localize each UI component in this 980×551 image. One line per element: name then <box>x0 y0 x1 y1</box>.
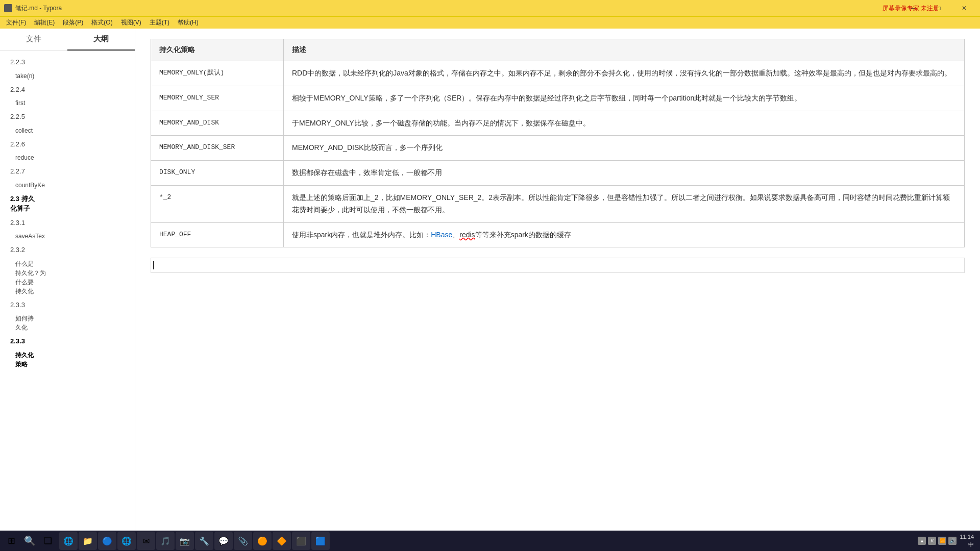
redis-link[interactable]: redis <box>459 231 475 239</box>
taskbar-app-2[interactable]: 📁 <box>79 532 97 550</box>
sidebar-item-2.3.3-b[interactable]: 2.3.3 <box>0 334 135 348</box>
table-row: HEAP_OFF 使用非spark内存，也就是堆外内存。比如：HBase、red… <box>151 222 965 247</box>
sidebar-item-2.3[interactable]: 2.3 持久化算子 <box>0 192 135 216</box>
start-button[interactable]: ⊞ <box>2 532 20 550</box>
watermark: 屏幕录像专家 未注册 <box>883 4 939 13</box>
sidebar-tabs: 文件 大纲 <box>0 29 135 51</box>
menu-file[interactable]: 文件(F) <box>2 17 30 28</box>
sidebar-item-2.3.3-a[interactable]: 2.3.3 <box>0 298 135 312</box>
text-cursor <box>153 261 154 269</box>
sidebar-content[interactable]: 2.2.3 take(n) 2.2.4 first 2.2.5 collect … <box>0 51 135 535</box>
sidebar-item-reduce[interactable]: reduce <box>0 151 135 164</box>
taskbar-time[interactable]: 11:14 中 <box>960 533 974 549</box>
taskbar-app-10[interactable]: 📎 <box>234 532 252 550</box>
title-bar: 笔记.md - Typora 屏幕录像专家 未注册 ─ □ ✕ <box>0 0 980 16</box>
desc-heap-off: 使用非spark内存，也就是堆外内存。比如：HBase、redis等等来补充sp… <box>284 222 965 247</box>
sidebar-item-how-persistence[interactable]: 如何持久化 <box>0 312 135 334</box>
taskbar-app-3[interactable]: 🔵 <box>98 532 116 550</box>
desc-disk-only: 数据都保存在磁盘中，效率肯定低，一般都不用 <box>284 161 965 186</box>
menu-theme[interactable]: 主题(T) <box>145 17 174 28</box>
strategy-underscore-2: *_2 <box>151 185 284 222</box>
menu-help[interactable]: 帮助(H) <box>174 17 203 28</box>
table-header-strategy: 持久化策略 <box>151 39 284 61</box>
menu-paragraph[interactable]: 段落(P) <box>59 17 87 28</box>
strategy-memory-and-disk: MEMORY_AND_DISK <box>151 111 284 136</box>
table-row: MEMORY_AND_DISK 于MEMORY_ONLY比较，多一个磁盘存储的功… <box>151 111 965 136</box>
taskbar-right: ▲ K 📶 🔊 11:14 中 <box>918 533 978 549</box>
search-button[interactable]: 🔍 <box>20 532 39 550</box>
tab-outline[interactable]: 大纲 <box>67 29 135 51</box>
desc-underscore-2: 就是上述的策略后面加上_2，比如MEMORY_ONLY_SER_2。2表示副本。… <box>284 185 965 222</box>
desc-memory-and-disk: 于MEMORY_ONLY比较，多一个磁盘存储的功能。当内存不足的情况下，数据保存… <box>284 111 965 136</box>
strategy-heap-off: HEAP_OFF <box>151 222 284 247</box>
strategy-memory-only: MEMORY_ONLY(默认) <box>151 61 284 86</box>
taskview-button[interactable]: ❑ <box>39 532 57 550</box>
desc-memory-and-disk-ser: MEMORY_AND_DISK比较而言，多一个序列化 <box>284 136 965 161</box>
taskbar-app-13[interactable]: ⬛ <box>292 532 310 550</box>
taskbar-app-12[interactable]: 🔶 <box>273 532 291 550</box>
persistence-table: 持久化策略 描述 MEMORY_ONLY(默认) RDD中的数据，以未经序列化的… <box>151 39 965 247</box>
taskbar-apps: 🌐 📁 🔵 🌐 ✉ 🎵 📷 🔧 💬 📎 🟠 🔶 ⬛ 🟦 <box>59 532 918 550</box>
table-row: *_2 就是上述的策略后面加上_2，比如MEMORY_ONLY_SER_2。2表… <box>151 185 965 222</box>
sidebar-item-2.3.1[interactable]: 2.3.1 <box>0 216 135 230</box>
taskbar-app-5[interactable]: ✉ <box>137 532 155 550</box>
input-area[interactable] <box>151 258 965 273</box>
date-display: 中 <box>960 541 974 548</box>
sidebar-item-2.2.4[interactable]: 2.2.4 <box>0 83 135 97</box>
table-header-description: 描述 <box>284 39 965 61</box>
desc-memory-only: RDD中的数据，以未经序列化的Java对象的格式，存储在内存之中。如果内存不足，… <box>284 61 965 86</box>
taskbar-app-8[interactable]: 🔧 <box>195 532 213 550</box>
hbase-link[interactable]: HBase <box>431 231 452 239</box>
main-content[interactable]: 持久化策略 描述 MEMORY_ONLY(默认) RDD中的数据，以未经序列化的… <box>135 29 980 535</box>
table-row: MEMORY_ONLY_SER 相较于MEMORY_ONLY策略，多了一个序列化… <box>151 86 965 111</box>
sidebar-item-saveAsTex[interactable]: saveAsTex <box>0 230 135 243</box>
taskbar-app-4[interactable]: 🌐 <box>117 532 136 550</box>
taskbar-app-11[interactable]: 🟠 <box>253 532 272 550</box>
tab-file[interactable]: 文件 <box>0 29 67 51</box>
window-title: 笔记.md - Typora <box>15 4 901 13</box>
close-button[interactable]: ✕ <box>952 0 976 16</box>
sys-icon-1: ▲ <box>918 537 926 545</box>
sys-icon-2: K <box>928 537 936 545</box>
sidebar-item-take[interactable]: take(n) <box>0 69 135 83</box>
sys-icons: ▲ K 📶 🔊 <box>918 537 957 545</box>
sidebar-item-what-is-persistence[interactable]: 什么是持久化？为什么要持久化 <box>0 257 135 298</box>
menu-view[interactable]: 视图(V) <box>117 17 145 28</box>
sidebar-item-2.2.6[interactable]: 2.2.6 <box>0 137 135 152</box>
app-layout: 文件 大纲 2.2.3 take(n) 2.2.4 first 2.2.5 co… <box>0 29 980 535</box>
taskbar-app-7[interactable]: 📷 <box>176 532 194 550</box>
taskbar-app-14[interactable]: 🟦 <box>311 532 330 550</box>
table-row: MEMORY_AND_DISK_SER MEMORY_AND_DISK比较而言，… <box>151 136 965 161</box>
app-icon <box>4 4 12 12</box>
sidebar-item-2.3.2[interactable]: 2.3.2 <box>0 243 135 257</box>
sidebar-item-persistence-strategy[interactable]: 持久化策略 <box>0 348 135 371</box>
menu-format[interactable]: 格式(O) <box>87 17 116 28</box>
strategy-disk-only: DISK_ONLY <box>151 161 284 186</box>
table-row: DISK_ONLY 数据都保存在磁盘中，效率肯定低，一般都不用 <box>151 161 965 186</box>
taskbar: ⊞ 🔍 ❑ 🌐 📁 🔵 🌐 ✉ 🎵 📷 🔧 💬 📎 🟠 🔶 ⬛ 🟦 ▲ K 📶 … <box>0 531 980 551</box>
sidebar-item-first[interactable]: first <box>0 96 135 110</box>
sidebar-item-2.2.7[interactable]: 2.2.7 <box>0 164 135 179</box>
taskbar-app-9[interactable]: 💬 <box>214 532 233 550</box>
menu-bar: 文件(F) 编辑(E) 段落(P) 格式(O) 视图(V) 主题(T) 帮助(H… <box>0 16 980 29</box>
sys-icon-network[interactable]: 📶 <box>938 537 946 545</box>
sidebar: 文件 大纲 2.2.3 take(n) 2.2.4 first 2.2.5 co… <box>0 29 135 535</box>
sys-icon-volume[interactable]: 🔊 <box>948 537 957 545</box>
strategy-memory-and-disk-ser: MEMORY_AND_DISK_SER <box>151 136 284 161</box>
desc-memory-only-ser: 相较于MEMORY_ONLY策略，多了一个序列化（SER）。保存在内存中的数据是… <box>284 86 965 111</box>
taskbar-app-6[interactable]: 🎵 <box>156 532 175 550</box>
menu-edit[interactable]: 编辑(E) <box>30 17 59 28</box>
sidebar-item-countByKe[interactable]: countByKe <box>0 179 135 192</box>
table-row: MEMORY_ONLY(默认) RDD中的数据，以未经序列化的Java对象的格式… <box>151 61 965 86</box>
sidebar-item-2.2.3[interactable]: 2.2.3 <box>0 55 135 69</box>
sidebar-item-collect[interactable]: collect <box>0 124 135 137</box>
taskbar-app-1[interactable]: 🌐 <box>59 532 78 550</box>
time-display: 11:14 <box>960 533 974 541</box>
strategy-memory-only-ser: MEMORY_ONLY_SER <box>151 86 284 111</box>
sidebar-item-2.2.5[interactable]: 2.2.5 <box>0 110 135 124</box>
